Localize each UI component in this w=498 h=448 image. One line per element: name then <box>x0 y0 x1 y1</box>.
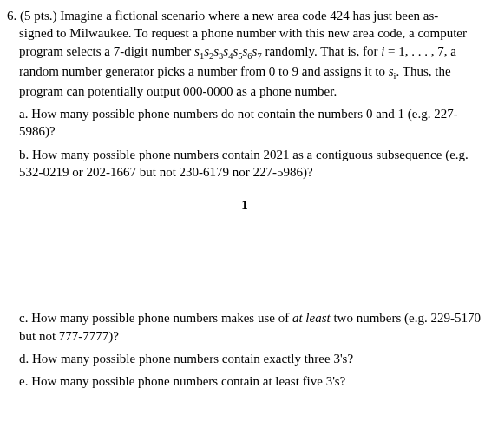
problem-points: (5 pts.) <box>20 9 57 23</box>
si-var: si <box>389 64 396 78</box>
range: 1, . . . , 7 <box>398 44 444 58</box>
problem-number: 6. <box>7 9 16 23</box>
part-a: a. How many possible phone numbers do no… <box>19 105 482 141</box>
part-c-prefix: c. How many possible phone numbers makes… <box>19 311 292 325</box>
part-b: b. How many possible phone numbers conta… <box>19 146 482 181</box>
intro-text-1: Imagine a fictional scenario where a new… <box>60 9 438 23</box>
intro-text-2-wrap: signed to Milwaukee. To request a phone … <box>19 24 482 100</box>
part-e: e. How many possible phone numbers conta… <box>19 372 482 390</box>
part-c: c. How many possible phone numbers makes… <box>19 309 482 345</box>
problem-block: 6. (5 pts.) Imagine a fictional scenario… <box>7 7 482 390</box>
part-d: d. How many possible phone numbers conta… <box>19 350 482 367</box>
math-s1: s1s2s3s4s5s6s7 <box>194 44 262 58</box>
intro-text-3: randomly. That is, for <box>262 44 381 58</box>
page-number: 1 <box>7 196 482 214</box>
part-c-italic: at least <box>292 311 331 325</box>
equals: = <box>384 44 398 58</box>
